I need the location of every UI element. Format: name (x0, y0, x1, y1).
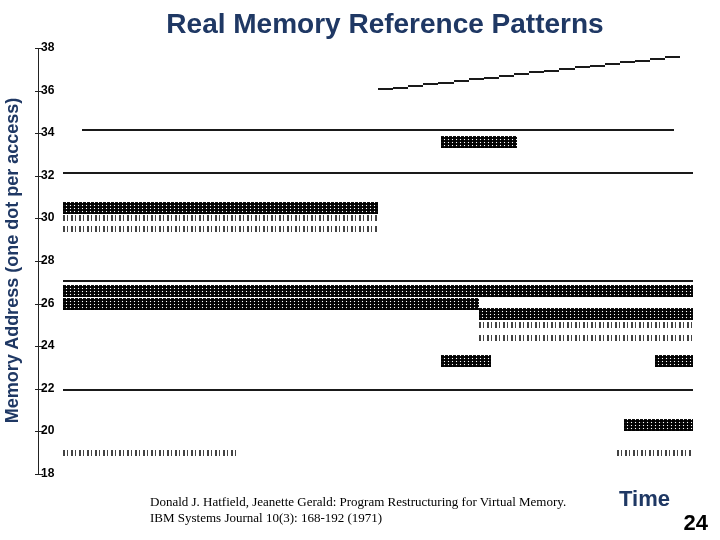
data-band (63, 389, 693, 391)
data-band (650, 58, 665, 60)
tick-label: 20 (41, 423, 54, 437)
x-axis-label: Time (619, 486, 670, 512)
data-band (63, 280, 693, 282)
citation-line-2: IBM Systems Journal 10(3): 168-192 (1971… (150, 510, 382, 525)
data-band (63, 226, 378, 232)
data-band (408, 85, 423, 87)
page-number: 24 (684, 510, 708, 536)
data-band (624, 419, 693, 431)
data-band (479, 335, 693, 341)
data-band (544, 70, 559, 72)
data-band (655, 355, 693, 367)
data-band (441, 355, 491, 367)
data-band (479, 308, 693, 320)
data-band (605, 63, 620, 65)
data-band (620, 61, 635, 63)
y-axis-label-wrap: Memory Address (one dot per access) (0, 50, 28, 470)
slide-title: Real Memory Reference Patterns (0, 0, 720, 40)
y-tick: 24 (39, 346, 698, 347)
data-band (441, 136, 517, 148)
data-band (63, 298, 479, 310)
data-band (514, 73, 529, 75)
data-band (393, 87, 408, 89)
data-band (63, 202, 378, 214)
y-tick: 34 (39, 133, 698, 134)
y-tick: 28 (39, 261, 698, 262)
tick-label: 30 (41, 210, 54, 224)
tick-label: 26 (41, 296, 54, 310)
citation-line-1: Donald J. Hatfield, Jeanette Gerald: Pro… (150, 494, 566, 509)
data-band (575, 66, 590, 68)
scatter-plot: 1820222426283032343638 (38, 48, 698, 474)
data-band (63, 450, 239, 456)
tick-label: 32 (41, 168, 54, 182)
data-band (378, 88, 393, 90)
y-tick: 18 (39, 474, 698, 475)
y-tick: 32 (39, 176, 698, 177)
data-band (529, 71, 544, 73)
data-band (665, 56, 680, 58)
data-band (559, 68, 574, 70)
y-axis-label: Memory Address (one dot per access) (3, 97, 24, 422)
data-band (590, 65, 605, 67)
data-band (438, 82, 453, 84)
data-band (63, 285, 693, 297)
y-tick: 36 (39, 91, 698, 92)
data-band (423, 83, 438, 85)
tick-label: 22 (41, 381, 54, 395)
tick-label: 24 (41, 338, 54, 352)
data-band (617, 450, 693, 456)
data-band (454, 80, 469, 82)
data-band (63, 172, 693, 174)
data-band (82, 129, 674, 131)
data-band (479, 322, 693, 328)
tick-label: 38 (41, 40, 54, 54)
y-tick: 20 (39, 431, 698, 432)
y-tick: 38 (39, 48, 698, 49)
tick-label: 28 (41, 253, 54, 267)
tick-label: 36 (41, 83, 54, 97)
citation: Donald J. Hatfield, Jeanette Gerald: Pro… (150, 494, 610, 527)
data-band (635, 60, 650, 62)
data-band (469, 78, 484, 80)
data-band (63, 215, 378, 221)
data-band (484, 77, 499, 79)
data-band (499, 75, 514, 77)
tick-label: 18 (41, 466, 54, 480)
tick-label: 34 (41, 125, 54, 139)
